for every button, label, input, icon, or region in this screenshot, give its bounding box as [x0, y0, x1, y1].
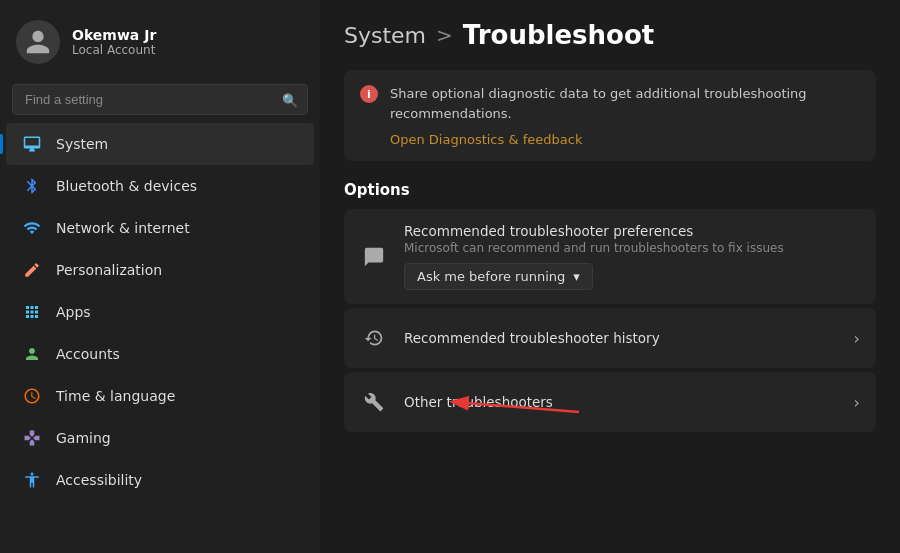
search-icon: 🔍: [282, 92, 298, 107]
sidebar-item-label-gaming: Gaming: [56, 430, 111, 446]
breadcrumb-separator: >: [436, 23, 453, 47]
user-profile[interactable]: Okemwa Jr Local Account: [0, 8, 320, 80]
other-troubleshooters-row[interactable]: Other troubleshooters ›: [344, 372, 876, 432]
info-icon: i: [360, 85, 378, 103]
avatar: [16, 20, 60, 64]
accounts-icon: [22, 344, 42, 364]
breadcrumb-current: Troubleshoot: [463, 20, 654, 50]
chevron-right-icon-history: ›: [854, 329, 860, 348]
sidebar-item-accounts[interactable]: Accounts: [6, 333, 314, 375]
sidebar-item-apps[interactable]: Apps: [6, 291, 314, 333]
sidebar-item-bluetooth[interactable]: Bluetooth & devices: [6, 165, 314, 207]
diagnostics-link[interactable]: Open Diagnostics & feedback: [390, 132, 582, 147]
user-type: Local Account: [72, 43, 156, 57]
search-input[interactable]: [12, 84, 308, 115]
wrench-icon: [360, 388, 388, 416]
user-name: Okemwa Jr: [72, 27, 156, 43]
breadcrumb-system: System: [344, 23, 426, 48]
options-card: Recommended troubleshooter preferences M…: [344, 209, 876, 304]
info-banner: i Share optional diagnostic data to get …: [344, 70, 876, 161]
sidebar-item-label-personalization: Personalization: [56, 262, 162, 278]
troubleshooter-history-info: Recommended troubleshooter history: [404, 330, 838, 346]
ask-dropdown-label: Ask me before running: [417, 269, 565, 284]
sidebar-item-personalization[interactable]: Personalization: [6, 249, 314, 291]
sidebar-item-network[interactable]: Network & internet: [6, 207, 314, 249]
gaming-icon: [22, 428, 42, 448]
chat-icon: [360, 243, 388, 271]
sidebar-item-label-bluetooth: Bluetooth & devices: [56, 178, 197, 194]
apps-icon: [22, 302, 42, 322]
ask-dropdown[interactable]: Ask me before running ▾: [404, 263, 593, 290]
sidebar-item-gaming[interactable]: Gaming: [6, 417, 314, 459]
standalone-rows: Recommended troubleshooter history › Oth…: [344, 308, 876, 432]
troubleshooter-history-row[interactable]: Recommended troubleshooter history ›: [344, 308, 876, 368]
search-box[interactable]: 🔍: [12, 84, 308, 115]
troubleshooter-prefs-title: Recommended troubleshooter preferences: [404, 223, 860, 239]
info-message: Share optional diagnostic data to get ad…: [390, 84, 860, 123]
chevron-right-icon-other: ›: [854, 393, 860, 412]
sidebar-item-label-system: System: [56, 136, 108, 152]
system-icon: [22, 134, 42, 154]
sidebar-item-system[interactable]: System: [6, 123, 314, 165]
options-label: Options: [344, 181, 876, 199]
sidebar: Okemwa Jr Local Account 🔍 System Bluetoo…: [0, 0, 320, 553]
troubleshooter-prefs-row[interactable]: Recommended troubleshooter preferences M…: [344, 209, 876, 304]
time-icon: [22, 386, 42, 406]
chevron-down-icon: ▾: [573, 269, 580, 284]
personalization-icon: [22, 260, 42, 280]
sidebar-item-label-network: Network & internet: [56, 220, 190, 236]
main-content: System > Troubleshoot i Share optional d…: [320, 0, 900, 553]
history-icon: [360, 324, 388, 352]
other-troubleshooters-info: Other troubleshooters: [404, 394, 838, 410]
breadcrumb: System > Troubleshoot: [344, 20, 876, 50]
sidebar-item-label-time: Time & language: [56, 388, 175, 404]
troubleshooter-history-title: Recommended troubleshooter history: [404, 330, 838, 346]
sidebar-item-label-accounts: Accounts: [56, 346, 120, 362]
sidebar-item-time[interactable]: Time & language: [6, 375, 314, 417]
troubleshooter-prefs-desc: Microsoft can recommend and run troubles…: [404, 241, 860, 255]
sidebar-item-accessibility[interactable]: Accessibility: [6, 459, 314, 501]
network-icon: [22, 218, 42, 238]
sidebar-item-label-apps: Apps: [56, 304, 91, 320]
user-info: Okemwa Jr Local Account: [72, 27, 156, 57]
nav-list: System Bluetooth & devices Network & int…: [0, 123, 320, 553]
accessibility-icon: [22, 470, 42, 490]
info-text: Share optional diagnostic data to get ad…: [390, 84, 860, 147]
troubleshooter-prefs-info: Recommended troubleshooter preferences M…: [404, 223, 860, 290]
sidebar-item-label-accessibility: Accessibility: [56, 472, 142, 488]
bluetooth-icon: [22, 176, 42, 196]
other-troubleshooters-title: Other troubleshooters: [404, 394, 838, 410]
